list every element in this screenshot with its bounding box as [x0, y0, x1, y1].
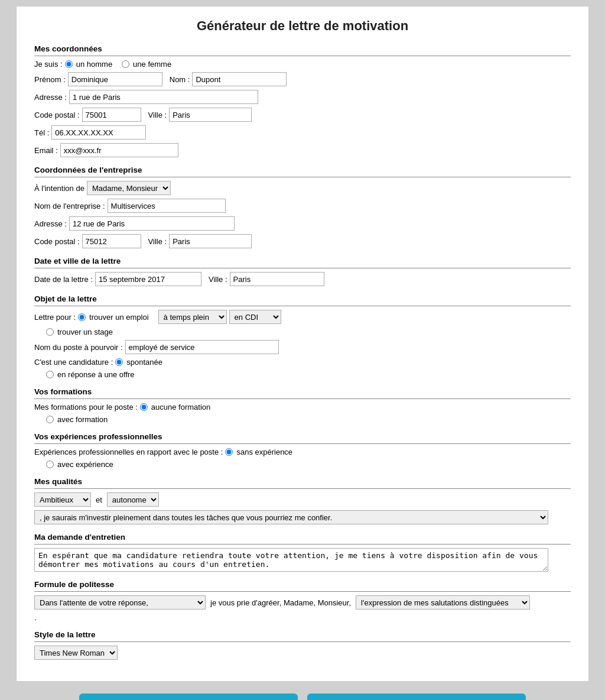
aucune-formation-label[interactable]: aucune formation	[140, 403, 210, 411]
entreprise-codepostal-input[interactable]	[82, 234, 141, 248]
style-row: Times New Roman Arial Calibri Georgia	[34, 646, 571, 660]
qualite-phrase-select[interactable]: , je saurais m'investir pleinement dans …	[34, 510, 548, 524]
stage-radio-label[interactable]: trouver un stage	[46, 328, 113, 336]
section-entreprise-title: Coordonnées de l'entreprise	[34, 166, 571, 177]
date-label: Date de la lettre :	[34, 275, 93, 284]
reponse-row: en réponse à une offre	[46, 370, 571, 379]
codepostal-input[interactable]	[82, 108, 141, 122]
qualites-row: Ambitieux Sérieux Dynamique Créatif Rigo…	[34, 492, 571, 507]
date-row: Date de la lettre : Ville :	[34, 272, 571, 286]
poste-label: Nom du poste à pourvoir :	[34, 343, 123, 352]
codepostal-label: Code postal :	[34, 111, 80, 119]
formations-label: Mes formations pour le poste :	[34, 403, 138, 411]
email-input[interactable]	[60, 143, 178, 157]
tel-label: Tél :	[34, 128, 49, 137]
gender-row: Je suis : un homme une femme	[34, 60, 571, 69]
entretien-textarea[interactable]: En espérant que ma candidature retiendra…	[34, 548, 548, 572]
entreprise-ville-input[interactable]	[169, 234, 252, 248]
qualite-phrase-row: , je saurais m'investir pleinement dans …	[34, 510, 571, 524]
lettre-pour-label: Lettre pour :	[34, 313, 76, 322]
nom-label: Nom :	[170, 75, 190, 84]
lettre-pour-row: Lettre pour : trouver un emploi à temps …	[34, 310, 571, 324]
section-entretien-title: Ma demande d'entretien	[34, 533, 571, 545]
experiences-label: Expériences professionnelles en rapport …	[34, 448, 223, 456]
adresse-input[interactable]	[69, 90, 258, 104]
entreprise-adresse-input[interactable]	[69, 216, 235, 231]
date-input[interactable]	[95, 272, 201, 286]
intention-select[interactable]: Madame, Monsieur Madame Monsieur Au resp…	[87, 181, 171, 195]
section-qualites-title: Mes qualités	[34, 477, 571, 489]
date-ville-label: Ville :	[209, 275, 227, 284]
stage-radio[interactable]	[46, 328, 54, 336]
entreprise-adresse-row: Adresse :	[34, 216, 571, 231]
bottom-buttons: Créer au format PDF * Créer au format Wo…	[16, 693, 589, 700]
formule-dot: .	[34, 613, 571, 622]
gender-femme-label[interactable]: une femme	[122, 60, 171, 69]
date-ville-input[interactable]	[230, 272, 324, 286]
poste-input[interactable]	[125, 340, 279, 354]
prenom-label: Prénom :	[34, 75, 66, 84]
codepostal-ville-row: Code postal : Ville :	[34, 108, 571, 122]
entreprise-ville-label: Ville :	[148, 237, 167, 246]
reponse-radio-label[interactable]: en réponse à une offre	[46, 370, 135, 379]
qualite2-select[interactable]: autonome motivé organisé curieux	[107, 492, 159, 507]
formule-milieu-text: je vous prie d'agréer, Madame, Monsieur,	[210, 598, 351, 607]
gender-femme-radio[interactable]	[122, 60, 129, 68]
avec-exp-row: avec expérience	[46, 460, 571, 469]
style-font-select[interactable]: Times New Roman Arial Calibri Georgia	[34, 646, 118, 660]
ville-label: Ville :	[148, 111, 167, 119]
entreprise-nom-label: Nom de l'entreprise :	[34, 202, 105, 210]
adresse-row: Adresse :	[34, 90, 571, 104]
entreprise-nom-row: Nom de l'entreprise :	[34, 199, 571, 213]
email-label: Email :	[34, 146, 58, 155]
sans-exp-label[interactable]: sans expérience	[225, 448, 292, 456]
prenom-nom-row: Prénom : Nom :	[34, 72, 571, 86]
avec-formation-label[interactable]: avec formation	[46, 415, 108, 424]
adresse-label: Adresse :	[34, 93, 67, 102]
prenom-input[interactable]	[68, 72, 162, 86]
sans-exp-radio[interactable]	[225, 448, 233, 456]
aucune-formation-radio[interactable]	[140, 403, 148, 411]
qualite1-select[interactable]: Ambitieux Sérieux Dynamique Créatif Rigo…	[34, 492, 91, 507]
gender-label: Je suis :	[34, 60, 63, 69]
entreprise-codepostal-label: Code postal :	[34, 237, 80, 246]
nom-input[interactable]	[192, 72, 287, 86]
formule-debut-select[interactable]: Dans l'attente de votre réponse, En atte…	[34, 595, 206, 610]
avec-exp-radio[interactable]	[46, 461, 54, 468]
create-word-button[interactable]: Créer au format Word *	[307, 693, 526, 700]
section-objet-title: Objet de la lettre	[34, 294, 571, 306]
formule-fin-select[interactable]: l'expression de mes salutations distingu…	[356, 595, 530, 610]
entreprise-adresse-label: Adresse :	[34, 219, 67, 228]
spontanee-radio[interactable]	[115, 358, 123, 366]
ville-input[interactable]	[169, 108, 252, 122]
intention-row: À l'intention de Madame, Monsieur Madame…	[34, 181, 571, 195]
tel-input[interactable]	[51, 125, 146, 140]
spontanee-label[interactable]: spontanée	[115, 358, 162, 367]
formule-row: Dans l'attente de votre réponse, En atte…	[34, 595, 571, 610]
experiences-row: Expériences professionnelles en rapport …	[34, 448, 571, 456]
emploi-radio[interactable]	[78, 313, 86, 321]
gender-homme-radio[interactable]	[65, 60, 73, 68]
contrat-select[interactable]: en CDI en CDD en intérim	[229, 310, 281, 324]
main-card: Générateur de lettre de motivation Mes c…	[16, 6, 589, 682]
candidature-row: C'est une candidature : spontanée	[34, 358, 571, 367]
temps-select[interactable]: à temps plein à temps partiel	[158, 310, 227, 324]
avec-exp-label[interactable]: avec expérience	[46, 460, 113, 469]
gender-homme-label[interactable]: un homme	[65, 60, 112, 69]
email-row: Email :	[34, 143, 571, 157]
stage-row: trouver un stage	[46, 328, 571, 336]
avec-formation-row: avec formation	[46, 415, 571, 424]
entreprise-nom-input[interactable]	[108, 199, 226, 213]
create-pdf-button[interactable]: Créer au format PDF *	[79, 693, 298, 700]
poste-row: Nom du poste à pourvoir :	[34, 340, 571, 354]
reponse-radio[interactable]	[46, 371, 54, 378]
section-style-title: Style de la lettre	[34, 630, 571, 642]
avec-formation-radio[interactable]	[46, 416, 54, 423]
candidature-label: C'est une candidature :	[34, 358, 113, 367]
page-title: Générateur de lettre de motivation	[34, 18, 571, 34]
entreprise-codepostal-row: Code postal : Ville :	[34, 234, 571, 248]
section-formule-title: Formule de politesse	[34, 580, 571, 592]
formations-row: Mes formations pour le poste : aucune fo…	[34, 403, 571, 411]
emploi-radio-label[interactable]: trouver un emploi	[78, 313, 148, 322]
section-coordonnees-title: Mes coordonnées	[34, 44, 571, 56]
